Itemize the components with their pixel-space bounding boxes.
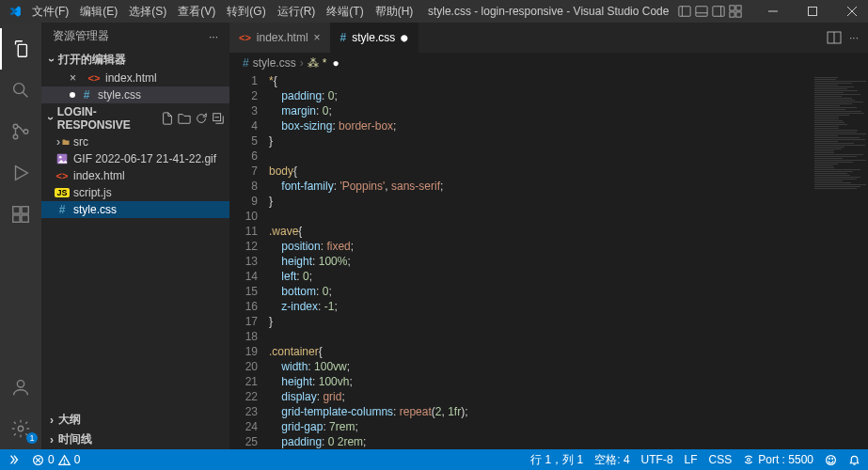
timeline-header[interactable]: › 时间线 bbox=[41, 430, 229, 449]
status-eol[interactable]: LF bbox=[685, 453, 698, 466]
outline-header[interactable]: › 大纲 bbox=[41, 410, 229, 430]
status-encoding[interactable]: UTF-8 bbox=[641, 453, 673, 466]
svg-point-39 bbox=[832, 458, 833, 459]
status-language[interactable]: CSS bbox=[709, 453, 733, 466]
open-editor-item[interactable]: ×<>index.html bbox=[41, 70, 229, 86]
modified-indicator: ● bbox=[332, 56, 339, 70]
explorer-icon[interactable] bbox=[0, 28, 41, 70]
new-folder-icon[interactable] bbox=[177, 111, 192, 126]
close-icon[interactable]: × bbox=[314, 31, 321, 44]
file-label: GIF 2022-06-17 21-41-22.gif bbox=[73, 152, 216, 165]
panel-right-icon[interactable] bbox=[712, 5, 725, 18]
file-icon: <> bbox=[55, 168, 70, 183]
status-bell-icon[interactable] bbox=[848, 454, 860, 466]
file-label: style.css bbox=[98, 88, 141, 102]
svg-rect-9 bbox=[736, 12, 741, 17]
tab-label: style.css bbox=[352, 31, 395, 44]
menu-item[interactable]: 查看(V) bbox=[172, 4, 221, 20]
collapse-all-icon[interactable] bbox=[211, 111, 226, 126]
breadcrumbs[interactable]: # style.css › ⁂ * ● bbox=[229, 53, 868, 73]
tree-item[interactable]: ›src bbox=[41, 133, 229, 150]
status-cursor[interactable]: 行 1，列 1 bbox=[530, 452, 583, 468]
new-file-icon[interactable] bbox=[160, 111, 175, 126]
file-icon: <> bbox=[87, 70, 102, 86]
svg-rect-6 bbox=[730, 6, 734, 10]
more-icon[interactable]: ··· bbox=[209, 30, 218, 43]
tree-item[interactable]: #style.css bbox=[41, 201, 229, 218]
svg-point-16 bbox=[13, 124, 18, 129]
status-problems[interactable]: 0 0 bbox=[32, 453, 80, 466]
svg-point-18 bbox=[24, 130, 28, 134]
status-spaces[interactable]: 空格: 4 bbox=[594, 452, 629, 468]
remote-icon[interactable] bbox=[8, 453, 21, 466]
menu-item[interactable]: 文件(F) bbox=[26, 4, 74, 20]
minimize-button[interactable] bbox=[757, 0, 789, 23]
settings-badge: 1 bbox=[26, 432, 38, 444]
menu-item[interactable]: 终端(T) bbox=[321, 4, 369, 20]
file-label: index.html bbox=[105, 71, 157, 85]
file-icon: # bbox=[79, 87, 94, 102]
svg-point-36 bbox=[748, 459, 750, 462]
accounts-icon[interactable] bbox=[0, 367, 41, 408]
symbol-icon: ⁂ bbox=[308, 56, 319, 70]
svg-rect-4 bbox=[713, 7, 724, 17]
file-label: script.js bbox=[73, 186, 112, 199]
menu-item[interactable]: 转到(G) bbox=[221, 4, 271, 20]
modified-dot-icon bbox=[70, 92, 75, 98]
outline-label: 大纲 bbox=[58, 412, 81, 428]
panel-left-icon[interactable] bbox=[678, 5, 691, 18]
extensions-icon[interactable] bbox=[0, 194, 41, 235]
svg-point-24 bbox=[18, 426, 24, 431]
svg-point-14 bbox=[14, 84, 24, 94]
minimap[interactable] bbox=[812, 73, 868, 449]
more-icon[interactable]: ··· bbox=[849, 31, 859, 44]
status-feedback-icon[interactable] bbox=[825, 454, 837, 466]
file-icon: <> bbox=[239, 31, 251, 44]
file-label: style.css bbox=[73, 203, 117, 216]
tree-item[interactable]: JSscript.js bbox=[41, 184, 229, 201]
open-editor-item[interactable]: #style.css bbox=[41, 86, 229, 103]
settings-gear-icon[interactable]: 1 bbox=[0, 408, 41, 449]
folder-header[interactable]: › LOGIN-RESPONSIVE bbox=[41, 103, 229, 133]
status-liveserver[interactable]: Port : 5500 bbox=[743, 453, 813, 466]
file-icon bbox=[55, 151, 70, 166]
editor-tab[interactable]: #style.css● bbox=[331, 23, 418, 53]
run-debug-icon[interactable] bbox=[0, 152, 41, 194]
activity-bar: 1 bbox=[0, 23, 41, 449]
editor-tab[interactable]: <>index.html× bbox=[229, 23, 331, 53]
split-editor-icon[interactable] bbox=[827, 30, 842, 45]
svg-rect-2 bbox=[696, 7, 707, 17]
menu-item[interactable]: 运行(R) bbox=[272, 4, 322, 20]
code-lines[interactable]: *{ padding: 0; margin: 0; box-sizing: bo… bbox=[269, 73, 812, 449]
status-port: Port : 5500 bbox=[758, 453, 813, 466]
css-file-icon: # bbox=[243, 56, 249, 70]
svg-rect-7 bbox=[736, 6, 741, 10]
source-control-icon[interactable] bbox=[0, 111, 41, 152]
file-icon: › bbox=[55, 134, 70, 149]
customize-layout-icon[interactable] bbox=[729, 5, 742, 18]
maximize-button[interactable] bbox=[797, 0, 829, 23]
vscode-logo-icon bbox=[8, 4, 23, 19]
close-button[interactable] bbox=[836, 0, 868, 23]
file-icon: # bbox=[55, 202, 70, 217]
menu-item[interactable]: 帮助(H) bbox=[370, 4, 419, 20]
sidebar: 资源管理器 ··· › 打开的编辑器 ×<>index.html#style.c… bbox=[41, 23, 229, 449]
tree-item[interactable]: GIF 2022-06-17 21-41-22.gif bbox=[41, 150, 229, 167]
code-editor[interactable]: 1234567891011121314151617181920212223242… bbox=[229, 73, 868, 449]
tree-item[interactable]: <>index.html bbox=[41, 167, 229, 184]
search-icon[interactable] bbox=[0, 70, 41, 111]
chevron-right-icon: › bbox=[45, 433, 58, 446]
chevron-right-icon: › bbox=[300, 56, 304, 70]
svg-line-15 bbox=[23, 92, 27, 97]
refresh-icon[interactable] bbox=[194, 111, 209, 126]
svg-point-17 bbox=[13, 134, 18, 139]
open-editors-header[interactable]: › 打开的编辑器 bbox=[41, 50, 229, 70]
menu-item[interactable]: 选择(S) bbox=[123, 4, 172, 20]
menu-item[interactable]: 编辑(E) bbox=[74, 4, 123, 20]
svg-point-35 bbox=[64, 462, 65, 463]
modified-dot-icon: ● bbox=[401, 31, 407, 44]
breadcrumb-symbol: * bbox=[323, 56, 327, 70]
panel-bottom-icon[interactable] bbox=[695, 5, 708, 18]
svg-rect-20 bbox=[13, 215, 20, 222]
close-icon[interactable]: × bbox=[70, 71, 83, 85]
